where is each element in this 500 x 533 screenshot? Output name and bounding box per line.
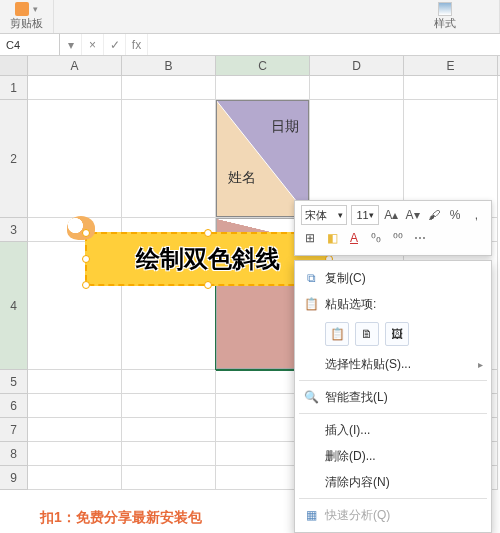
styles-icon: [438, 2, 452, 16]
paste-formatting-button[interactable]: 🖼: [385, 322, 409, 346]
row-1: 1: [0, 76, 500, 100]
row-header-2[interactable]: 2: [0, 100, 28, 218]
font-name-value: 宋体: [305, 208, 327, 223]
cell-b7[interactable]: [122, 418, 216, 442]
font-color-button[interactable]: A: [345, 229, 363, 247]
cell-a5[interactable]: [28, 370, 122, 394]
format-painter-button[interactable]: 🖌: [425, 206, 442, 224]
more-formats-button[interactable]: ⋯: [411, 229, 429, 247]
paste-all-button[interactable]: 📋: [325, 322, 349, 346]
clipboard-group-label: 剪贴板: [10, 16, 43, 31]
ribbon-spacer: [54, 0, 390, 33]
row-header-5[interactable]: 5: [0, 370, 28, 394]
decrease-decimal-button[interactable]: ⁰₀: [367, 229, 385, 247]
fx-label[interactable]: fx: [126, 34, 148, 55]
cell-b2[interactable]: [122, 100, 216, 218]
cell-d1[interactable]: [310, 76, 404, 100]
paste-icon: 📋: [303, 296, 319, 312]
fill-color-button[interactable]: ◧: [323, 229, 341, 247]
cell-a9[interactable]: [28, 466, 122, 490]
font-size-select[interactable]: 11▾: [351, 205, 378, 225]
col-header-a[interactable]: A: [28, 56, 122, 75]
select-all-corner[interactable]: [0, 56, 28, 75]
font-size-value: 11: [356, 209, 368, 221]
ctx-separator: [299, 413, 487, 414]
cell-e1[interactable]: [404, 76, 498, 100]
cell-a1[interactable]: [28, 76, 122, 100]
cell-b6[interactable]: [122, 394, 216, 418]
cell-b1[interactable]: [122, 76, 216, 100]
ctx-copy-label: 复制(C): [325, 270, 366, 287]
promo-text: 扣1：免费分享最新安装包: [40, 509, 202, 527]
col-header-b[interactable]: B: [122, 56, 216, 75]
ctx-paste-special[interactable]: 选择性粘贴(S)...: [295, 351, 491, 377]
font-name-select[interactable]: 宋体▾: [301, 205, 347, 225]
row-header-8[interactable]: 8: [0, 442, 28, 466]
name-box[interactable]: C4: [0, 34, 60, 55]
ribbon-group-styles: 样式: [390, 0, 500, 33]
cell-b9[interactable]: [122, 466, 216, 490]
ctx-insert[interactable]: 插入(I)...: [295, 417, 491, 443]
cell-a8[interactable]: [28, 442, 122, 466]
cell-a7[interactable]: [28, 418, 122, 442]
paste-values-button[interactable]: 🗎: [355, 322, 379, 346]
percent-button[interactable]: %: [446, 206, 463, 224]
cell-b5[interactable]: [122, 370, 216, 394]
col-header-d[interactable]: D: [310, 56, 404, 75]
resize-handle[interactable]: [82, 229, 90, 237]
resize-handle[interactable]: [204, 281, 212, 289]
ctx-delete[interactable]: 删除(D)...: [295, 443, 491, 469]
mini-toolbar: 宋体▾ 11▾ A▴ A▾ 🖌 % , ⊞ ◧ A ⁰₀ ⁰⁰ ⋯: [294, 200, 492, 256]
clipboard-icon: [15, 2, 29, 16]
banner-text: 绘制双色斜线: [136, 243, 280, 275]
ctx-paste-option-row: 📋 🗎 🖼: [295, 317, 491, 351]
cell-c1[interactable]: [216, 76, 310, 100]
cell-b8[interactable]: [122, 442, 216, 466]
cancel-entry-button[interactable]: ×: [82, 34, 104, 55]
formula-bar: C4 ▾ × ✓ fx: [0, 34, 500, 56]
comma-style-button[interactable]: ,: [468, 206, 485, 224]
ctx-quick-analysis-label: 快速分析(Q): [325, 507, 390, 524]
confirm-entry-button[interactable]: ✓: [104, 34, 126, 55]
decrease-font-button[interactable]: A▾: [404, 206, 421, 224]
col-header-e[interactable]: E: [404, 56, 498, 75]
column-headers: A B C D E: [0, 56, 500, 76]
cell-styles-button[interactable]: [438, 2, 452, 16]
increase-font-button[interactable]: A▴: [383, 206, 400, 224]
ctx-paste-options-label: 粘贴选项:: [325, 296, 376, 313]
ctx-clear[interactable]: 清除内容(N): [295, 469, 491, 495]
mini-toolbar-row1: 宋体▾ 11▾ A▴ A▾ 🖌 % ,: [301, 205, 485, 225]
ctx-delete-label: 删除(D)...: [325, 448, 376, 465]
cell-a6[interactable]: [28, 394, 122, 418]
ctx-smart-lookup-label: 智能查找(L): [325, 389, 388, 406]
cell-a2[interactable]: [28, 100, 122, 218]
ctx-copy[interactable]: ⧉ 复制(C): [295, 265, 491, 291]
dropdown-icon: ▾: [33, 4, 38, 14]
row-header-1[interactable]: 1: [0, 76, 28, 100]
ctx-paste-special-label: 选择性粘贴(S)...: [325, 356, 411, 373]
ctx-separator: [299, 498, 487, 499]
ribbon: ▾ 剪贴板 样式: [0, 0, 500, 34]
ctx-smart-lookup[interactable]: 🔍 智能查找(L): [295, 384, 491, 410]
row-header-3[interactable]: 3: [0, 218, 28, 242]
quick-analysis-icon: ▦: [303, 507, 319, 523]
col-header-c[interactable]: C: [216, 56, 310, 75]
ctx-insert-label: 插入(I)...: [325, 422, 370, 439]
increase-decimal-button[interactable]: ⁰⁰: [389, 229, 407, 247]
paste-big-button[interactable]: ▾: [15, 2, 38, 16]
name-box-dropdown[interactable]: ▾: [60, 34, 82, 55]
row-header-9[interactable]: 9: [0, 466, 28, 490]
c2-upper-label: 日期: [271, 118, 299, 136]
resize-handle[interactable]: [204, 229, 212, 237]
resize-handle[interactable]: [82, 255, 90, 263]
row-header-4[interactable]: 4: [0, 242, 28, 370]
ctx-clear-label: 清除内容(N): [325, 474, 390, 491]
styles-group-label: 样式: [434, 16, 456, 31]
search-icon: 🔍: [303, 389, 319, 405]
border-button[interactable]: ⊞: [301, 229, 319, 247]
c2-lower-label: 姓名: [228, 169, 256, 187]
ctx-quick-analysis: ▦ 快速分析(Q): [295, 502, 491, 528]
resize-handle[interactable]: [82, 281, 90, 289]
row-header-7[interactable]: 7: [0, 418, 28, 442]
row-header-6[interactable]: 6: [0, 394, 28, 418]
